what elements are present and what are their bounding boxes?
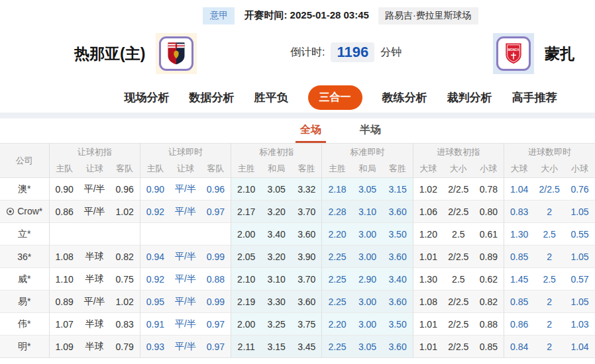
table-header-cols: 主队让球客队主队让球客队主胜和局客胜主胜和局客胜大球大小小球大球大小小球 bbox=[0, 161, 595, 178]
odds-cell: 2.10 bbox=[231, 178, 262, 201]
company-name: 立* bbox=[18, 228, 30, 239]
match-info-bar: 意甲 开赛时间: 2025-01-28 03:45 路易吉·费拉里斯球场 bbox=[86, 0, 595, 25]
odds-group-header: 让球即时 bbox=[140, 144, 231, 161]
odds-cell: 2 bbox=[534, 291, 565, 313]
home-team-logo bbox=[156, 33, 197, 74]
table-row: 澳*0.90平/半0.960.90平/半0.962.103.053.322.18… bbox=[0, 178, 595, 201]
nav-tab[interactable]: 现场分析 bbox=[125, 90, 170, 105]
nav-tab[interactable]: 胜平负 bbox=[254, 90, 288, 105]
odds-cell: 3.20 bbox=[261, 201, 292, 223]
company-name: 威* bbox=[18, 273, 30, 284]
svg-text:MONZA: MONZA bbox=[508, 48, 519, 52]
odds-cell: 0.82 bbox=[110, 246, 140, 268]
nav-tab[interactable]: 数据分析 bbox=[189, 90, 235, 105]
odds-column-header: 客队 bbox=[110, 161, 140, 178]
odds-cell: 0.97 bbox=[201, 336, 231, 358]
nav-tab[interactable]: 三合一 bbox=[308, 85, 362, 110]
odds-cell: 1.04 bbox=[565, 336, 595, 358]
odds-cell: 0.95 bbox=[140, 291, 170, 313]
odds-cell: 0.83 bbox=[504, 201, 534, 223]
company-name: 伟* bbox=[18, 318, 30, 329]
nav-tab[interactable]: 高手推荐 bbox=[512, 90, 557, 105]
odds-cell: 0.85 bbox=[504, 246, 534, 268]
period-subtab[interactable]: 半场 bbox=[355, 123, 386, 143]
odds-cell: 3.15 bbox=[382, 178, 413, 201]
odds-column-header: 主队 bbox=[140, 161, 170, 178]
odds-cell: 0.78 bbox=[474, 178, 504, 201]
odds-cell: 0.88 bbox=[474, 313, 504, 336]
kickoff-time: 开赛时间: 2025-01-28 03:45 bbox=[244, 9, 368, 22]
odds-cell: 1.05 bbox=[565, 246, 595, 268]
odds-cell: 3.70 bbox=[292, 201, 322, 223]
nav-tabs: 现场分析数据分析胜平负三合一教练分析裁判分析高手推荐 bbox=[86, 82, 595, 113]
odds-cell: 2.90 bbox=[352, 268, 383, 291]
odds-cell: 3.05 bbox=[261, 178, 292, 201]
odds-cell: 3.60 bbox=[382, 291, 413, 313]
odds-cell: 2 bbox=[534, 201, 565, 223]
period-subtab[interactable]: 全场 bbox=[296, 123, 326, 143]
nav-tab[interactable]: 教练分析 bbox=[382, 90, 427, 105]
odds-cell: 1.06 bbox=[413, 201, 443, 223]
odds-cell: 0.85 bbox=[474, 336, 504, 358]
odds-cell: 1.04 bbox=[504, 178, 534, 201]
odds-cell: 3.10 bbox=[352, 201, 383, 223]
kickoff-label: 开赛时间: bbox=[244, 9, 287, 21]
odds-group-header: 进球数初指 bbox=[413, 144, 504, 161]
odds-cell: 1.02 bbox=[413, 178, 443, 201]
league-badge: 意甲 bbox=[203, 7, 235, 24]
odds-column-header: 小球 bbox=[474, 161, 504, 178]
odds-cell: 平/半 bbox=[80, 201, 110, 223]
nav-tab[interactable]: 裁判分析 bbox=[447, 90, 492, 105]
odds-cell: 平/半 bbox=[80, 178, 110, 201]
company-name: 36* bbox=[17, 251, 31, 262]
odds-cell: 0.57 bbox=[565, 268, 595, 291]
odds-cell: 平/半 bbox=[170, 246, 201, 268]
odds-cell: 0.55 bbox=[565, 223, 595, 246]
odds-group-header: 进球数即时 bbox=[504, 144, 595, 161]
odds-cell: 3.50 bbox=[382, 223, 413, 246]
odds-cell: 平/半 bbox=[170, 336, 201, 358]
odds-cell: 0.84 bbox=[504, 336, 534, 358]
table-row: 易*0.89平/半1.020.95平/半0.992.193.303.602.25… bbox=[0, 291, 595, 313]
odds-cell: 2.00 bbox=[231, 223, 262, 246]
odds-column-header: 和局 bbox=[352, 161, 383, 178]
odds-cell: 1.30 bbox=[413, 268, 443, 291]
table-row: 威*1.10半球0.750.92平/半0.882.103.103.702.252… bbox=[0, 268, 595, 291]
odds-column-header: 大小 bbox=[534, 161, 565, 178]
company-cell: 易* bbox=[0, 291, 49, 313]
odds-cell: 0.92 bbox=[140, 201, 170, 223]
odds-cell: 0.88 bbox=[201, 268, 231, 291]
odds-cell: 3.00 bbox=[352, 246, 383, 268]
odds-cell: 0.62 bbox=[474, 268, 504, 291]
odds-cell: 3.10 bbox=[261, 268, 292, 291]
odds-column-header: 主胜 bbox=[322, 161, 352, 178]
odds-cell: 0.79 bbox=[110, 336, 140, 358]
odds-cell: 0.89 bbox=[474, 246, 504, 268]
company-name: 明* bbox=[18, 341, 30, 351]
home-team-name: 热那亚(主) bbox=[74, 44, 145, 64]
odds-cell: 平/半 bbox=[170, 313, 201, 336]
odds-cell: 3.60 bbox=[292, 223, 322, 246]
odds-cell: 3.60 bbox=[382, 336, 413, 358]
odds-column-header: 让球 bbox=[170, 161, 201, 178]
odds-cell: 2.25 bbox=[322, 246, 352, 268]
venue-badge: 路易吉·费拉里斯球场 bbox=[378, 7, 478, 24]
odds-cell: 0.90 bbox=[49, 178, 80, 201]
company-cell: 36* bbox=[0, 246, 49, 268]
odds-cell: 平/半 bbox=[170, 201, 201, 223]
odds-cell: 1.30 bbox=[504, 223, 534, 246]
odds-cell: 2.10 bbox=[231, 268, 262, 291]
kickoff-value: 2025-01-28 03:45 bbox=[290, 9, 369, 21]
away-team-name: 蒙扎 bbox=[545, 44, 575, 64]
odds-table-body: 澳*0.90平/半0.960.90平/半0.962.103.053.322.18… bbox=[0, 178, 595, 358]
odds-column-header: 大小 bbox=[443, 161, 474, 178]
odds-cell: 3.00 bbox=[352, 223, 383, 246]
odds-cell: 3.00 bbox=[352, 291, 383, 313]
odds-cell: 0.85 bbox=[504, 291, 534, 313]
odds-cell: 3.32 bbox=[292, 178, 322, 201]
odds-cell: 3.40 bbox=[261, 223, 292, 246]
football-target-icon bbox=[6, 207, 15, 218]
odds-cell: 3.70 bbox=[292, 268, 322, 291]
odds-cell bbox=[80, 223, 110, 246]
odds-cell: 0.89 bbox=[49, 291, 80, 313]
